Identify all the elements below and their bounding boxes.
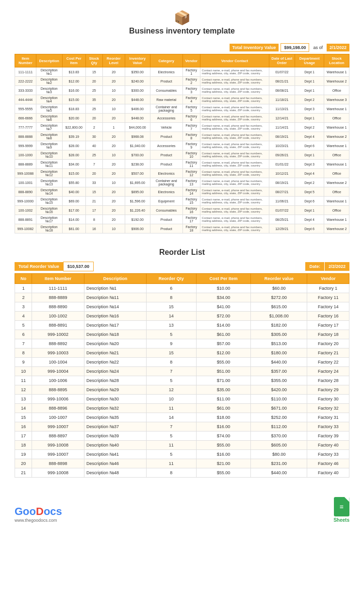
table-cell: Factory 40 [307, 441, 349, 450]
table-cell: 20 [102, 95, 125, 104]
table-cell: 20 [102, 114, 125, 123]
table-cell: 3 [15, 302, 32, 312]
table-cell: Factory 32 [307, 404, 349, 413]
table-cell: $51.00 [196, 367, 251, 376]
table-cell: 100-1007 [32, 413, 84, 422]
table-cell: 20 [102, 160, 125, 169]
table-cell: 8 [15, 348, 32, 358]
reorder-date: Date: 2/2/2022 [305, 262, 349, 271]
table-cell: Description №10 [36, 150, 62, 160]
table-cell: 20 [86, 77, 103, 86]
table-cell: $55.00 [196, 468, 251, 478]
inventory-table: Item Number Description Cost Per Item St… [15, 54, 349, 233]
table-cell: 8 [147, 293, 197, 302]
table-row: 222-2222Description №2$12.002020$240.00P… [15, 77, 349, 86]
table-cell: $240.00 [125, 77, 150, 86]
table-cell: $16.00 [196, 422, 251, 431]
table-cell: 333-3333 [15, 86, 36, 95]
table-cell: Factory 16 [307, 312, 349, 321]
table-cell: 11/18/21 [269, 95, 295, 104]
table-cell: Description №32 [84, 404, 146, 413]
table-cell: 40 [86, 141, 103, 150]
table-cell: $18.00 [196, 413, 251, 422]
table-row: 13999-10006Description №3010$11.00$110.0… [15, 395, 349, 404]
table-cell: Description №13 [36, 178, 62, 187]
table-cell: $16.00 [62, 86, 86, 95]
rcol-qty: Reorder Qty [147, 274, 197, 284]
table-cell: Contact name, e-mail, phone and fax numb… [200, 206, 269, 215]
table-cell: Warehouse 1 [324, 197, 349, 206]
table-cell: Factory 15 [182, 197, 200, 206]
table-cell: 888-8889 [32, 293, 84, 302]
table-cell: $12.00 [62, 77, 86, 86]
table-cell: Contact name, e-mail, phone and fax numb… [200, 67, 269, 77]
table-cell: 16 [15, 422, 32, 431]
table-cell: 4 [15, 312, 32, 321]
table-cell: Description №4 [36, 95, 62, 104]
table-cell: Contact name, e-mail, phone and fax numb… [200, 104, 269, 114]
table-cell: Description №28 [84, 376, 146, 385]
table-cell: 11 [147, 404, 197, 413]
table-cell: Description №46 [84, 459, 146, 468]
table-cell: $15.00 [62, 95, 86, 104]
table-cell: Description №39 [84, 431, 146, 441]
table-cell: 888-8890 [32, 302, 84, 312]
table-cell: $180.00 [251, 348, 307, 358]
table-cell: $605.00 [251, 441, 307, 450]
table-cell: Contact name, e-mail, phone and fax numb… [200, 187, 269, 197]
table-cell: Warehouse 2 [324, 224, 349, 233]
rcol-no: No [15, 274, 32, 284]
table-cell: $370.00 [251, 431, 307, 441]
table-cell: Factory 14 [182, 187, 200, 197]
table-cell: Factory 5 [182, 104, 200, 114]
footer: GooDocs www.thegoodocs.com ≡ Sheets [15, 492, 349, 523]
table-cell: Description №14 [36, 187, 62, 197]
table-cell: 7 [86, 160, 103, 169]
table-cell: Description №9 [36, 141, 62, 150]
table-cell: $74.00 [196, 431, 251, 441]
table-cell: $55.80 [62, 178, 86, 187]
reorder-date-value: 2/2/2022 [324, 262, 349, 271]
rcol-item: Item Number [32, 274, 84, 284]
table-row: 555-5555Description №5$18.832510$406.00C… [15, 104, 349, 114]
table-cell: Factory 28 [307, 376, 349, 385]
table-cell: 33 [86, 178, 103, 187]
table-cell: $14.00 [196, 321, 251, 330]
table-cell: $18.83 [62, 104, 86, 114]
table-cell: Factory 18 [307, 330, 349, 339]
sheets-icon: ≡ [334, 497, 349, 516]
logo-text: GooDocs [15, 505, 62, 518]
table-cell: 25 [86, 86, 103, 95]
table-cell: Contact name, e-mail, phone and fax numb… [200, 160, 269, 169]
table-cell: $238.00 [125, 160, 150, 169]
table-cell: Factory 30 [307, 395, 349, 404]
table-cell: 999-10003 [32, 348, 84, 358]
table-cell: Dept 3 [295, 104, 324, 114]
table-cell: 10 [147, 395, 197, 404]
table-cell: Factory 7 [182, 123, 200, 132]
table-cell: 111-1111 [15, 67, 36, 77]
table-row: 6999-10002Description №185$61.00$305.00F… [15, 330, 349, 339]
table-row: 3888-8890Description №1415$41.00$615.00F… [15, 302, 349, 312]
col-last-order: Date of Last Order [269, 54, 295, 67]
table-cell: 08/08/21 [269, 86, 295, 95]
table-cell: 222-2222 [15, 77, 36, 86]
reorder-date-label: Date: [305, 262, 324, 271]
sheets-label: Sheets [333, 517, 349, 523]
table-cell: Factory 1 [307, 284, 349, 293]
table-cell: $110.00 [251, 395, 307, 404]
table-cell: $20.00 [62, 114, 86, 123]
table-cell: $615.00 [251, 302, 307, 312]
table-cell: $1,596.00 [125, 197, 150, 206]
table-cell: 888-8889 [15, 160, 36, 169]
table-cell: 888-8888 [15, 132, 36, 141]
col-stock-location: Stock Location [324, 54, 349, 67]
table-cell: Description №35 [84, 413, 146, 422]
table-cell: Warehouse 2 [324, 132, 349, 141]
table-cell: $60.00 [251, 284, 307, 293]
table-cell: Description №11 [36, 160, 62, 169]
table-cell: Raw material [150, 95, 182, 104]
table-cell: 08/27/21 [269, 187, 295, 197]
table-cell: Product [150, 224, 182, 233]
table-cell: $1,695.00 [125, 178, 150, 187]
